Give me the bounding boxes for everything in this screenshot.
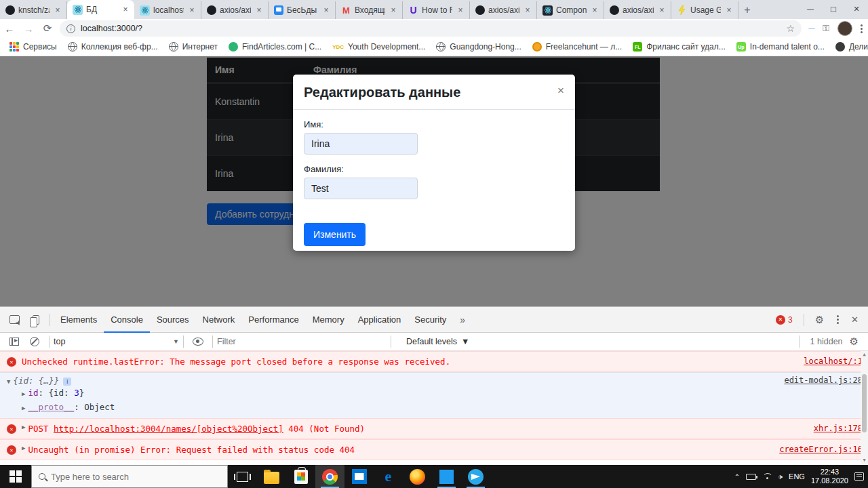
start-button[interactable] — [0, 465, 31, 488]
bookmark-services[interactable]: Сервисы — [5, 40, 61, 54]
tab-axios-2[interactable]: axios/axio — [470, 1, 537, 19]
object-proto-line[interactable]: ▶__proto__: Object — [7, 400, 863, 414]
action-center-icon[interactable] — [854, 472, 864, 481]
battery-icon[interactable] — [746, 474, 756, 480]
window-close-button[interactable] — [845, 0, 868, 18]
edge-icon[interactable]: e — [374, 465, 403, 488]
reload-button[interactable]: ⟳ — [38, 20, 57, 37]
window-maximize-button[interactable] — [822, 0, 845, 18]
tab-sources[interactable]: Sources — [150, 307, 196, 333]
error-count-badge[interactable]: 3 — [776, 315, 793, 325]
extension-icon[interactable] — [807, 24, 816, 33]
tab-besedy[interactable]: БесЬды — [269, 1, 336, 19]
bookmark-fl[interactable]: FL Фриланс сайт удал... — [629, 40, 730, 54]
tab-close-icon[interactable] — [187, 5, 197, 15]
tab-localhost[interactable]: localhost:3 — [134, 1, 201, 19]
volume-icon[interactable] — [778, 472, 783, 481]
tab-memory[interactable]: Memory — [306, 307, 351, 333]
bookmark-star-icon[interactable] — [786, 23, 795, 34]
chrome-icon[interactable] — [315, 465, 344, 488]
bookmark-freelancehunt[interactable]: Freelancehunt — л... — [528, 40, 626, 54]
tray-expand-icon[interactable] — [734, 473, 740, 481]
taskbar-search-input[interactable] — [51, 472, 200, 482]
modal-close-icon[interactable]: × — [557, 85, 564, 96]
request-url-link[interactable]: http://localhost:3004/names/[object%20Ob… — [54, 424, 283, 434]
tab-axios-3[interactable]: axios/axio — [604, 1, 671, 19]
scrollbar-thumb[interactable] — [862, 374, 867, 432]
surname-input[interactable] — [304, 178, 418, 199]
bookmark-youth-development[interactable]: YDC Youth Development... — [328, 40, 429, 54]
tab-close-icon[interactable] — [254, 5, 264, 15]
execution-context-selector[interactable]: top — [54, 337, 179, 346]
collapse-triangle-icon[interactable]: ▶ — [22, 445, 25, 451]
tab-close-icon[interactable] — [523, 5, 532, 15]
tab-usage-guide[interactable]: Usage Gu — [671, 1, 738, 19]
address-bar[interactable]: localhost:3000/? — [60, 20, 802, 37]
name-input[interactable] — [304, 133, 418, 155]
bookmark-internet[interactable]: Интернет — [165, 40, 222, 54]
tab-network[interactable]: Network — [196, 307, 242, 333]
tab-elements[interactable]: Elements — [54, 307, 104, 333]
forward-button[interactable]: → — [19, 20, 38, 37]
collapse-triangle-icon[interactable]: ▶ — [22, 424, 25, 430]
collapse-triangle-icon[interactable]: ▶ — [22, 405, 25, 411]
source-link[interactable]: edit-modal.js:28 — [784, 375, 863, 385]
extensions-puzzle-icon[interactable] — [816, 20, 835, 37]
tab-close-icon[interactable] — [53, 5, 62, 15]
object-property-line[interactable]: ▶id: {id: 3} — [7, 386, 863, 400]
device-toolbar-icon[interactable] — [24, 311, 45, 329]
clear-console-icon[interactable] — [24, 333, 45, 350]
tab-performance[interactable]: Performance — [241, 307, 305, 333]
firefox-icon[interactable] — [403, 465, 432, 488]
console-scrollbar[interactable]: ▲ ▼ — [861, 351, 868, 465]
tab-close-icon[interactable] — [321, 5, 331, 15]
source-link[interactable]: createError.js:16 — [779, 445, 863, 454]
tab-console[interactable]: Console — [104, 307, 150, 333]
back-button[interactable]: ← — [0, 20, 19, 37]
tab-security[interactable]: Security — [408, 307, 453, 333]
profile-avatar[interactable] — [835, 20, 854, 37]
tab-close-icon[interactable] — [657, 5, 667, 15]
tab-components[interactable]: Compone — [537, 1, 604, 19]
devtools-menu-icon[interactable] — [831, 315, 844, 324]
tab-close-icon[interactable] — [456, 5, 465, 15]
new-tab-button[interactable] — [738, 1, 756, 19]
inspect-element-icon[interactable] — [4, 311, 24, 329]
submit-change-button[interactable]: Изменить — [304, 223, 366, 246]
bookmark-collection[interactable]: Коллекция веб-фр... — [64, 40, 162, 54]
tab-close-icon[interactable] — [724, 5, 734, 15]
hidden-messages-label[interactable]: 1 hidden — [810, 337, 843, 346]
tab-knstch[interactable]: knstch/za — [0, 1, 67, 19]
more-tabs-icon[interactable] — [453, 307, 472, 333]
log-levels-selector[interactable]: Default levels — [406, 337, 469, 346]
info-icon[interactable] — [63, 378, 71, 386]
site-info-icon[interactable] — [66, 24, 75, 33]
devtools-settings-icon[interactable] — [815, 314, 824, 326]
object-preview-line[interactable]: ▼{id: {…}} — [7, 375, 863, 386]
bookmark-findarticles[interactable]: FindArticles.com | C... — [224, 40, 326, 54]
bookmark-guangdong[interactable]: Guangdong-Hong... — [432, 40, 525, 54]
tab-application[interactable]: Application — [351, 307, 408, 333]
bookmark-upwork[interactable]: Up In-demand talent o... — [732, 40, 829, 54]
tab-bd-active[interactable]: БД — [67, 0, 134, 19]
source-link[interactable]: localhost/:1 — [804, 357, 863, 366]
tab-close-icon[interactable] — [121, 5, 130, 14]
tab-close-icon[interactable] — [389, 5, 398, 15]
expand-triangle-icon[interactable]: ▼ — [7, 378, 10, 385]
task-view-button[interactable] — [228, 465, 257, 488]
window-minimize-button[interactable] — [799, 0, 822, 18]
tab-axios-1[interactable]: axios/axio — [201, 1, 269, 19]
microsoft-store-icon[interactable] — [286, 465, 315, 488]
tab-udemy[interactable]: U How to Re — [403, 1, 470, 19]
tab-gmail[interactable]: M Входящие — [336, 1, 403, 19]
console-sidebar-icon[interactable] — [4, 333, 24, 350]
tab-close-icon[interactable] — [590, 5, 599, 15]
clock[interactable]: 22:43 17.08.2020 — [811, 468, 848, 485]
vscode-icon[interactable] — [432, 465, 461, 488]
console-settings-icon[interactable] — [850, 336, 859, 348]
file-explorer-icon[interactable] — [257, 465, 286, 488]
language-indicator[interactable]: ENG — [789, 472, 805, 481]
source-link[interactable]: xhr.js:178 — [814, 424, 863, 433]
mail-icon[interactable] — [344, 465, 374, 488]
live-expression-eye-icon[interactable] — [188, 333, 208, 350]
